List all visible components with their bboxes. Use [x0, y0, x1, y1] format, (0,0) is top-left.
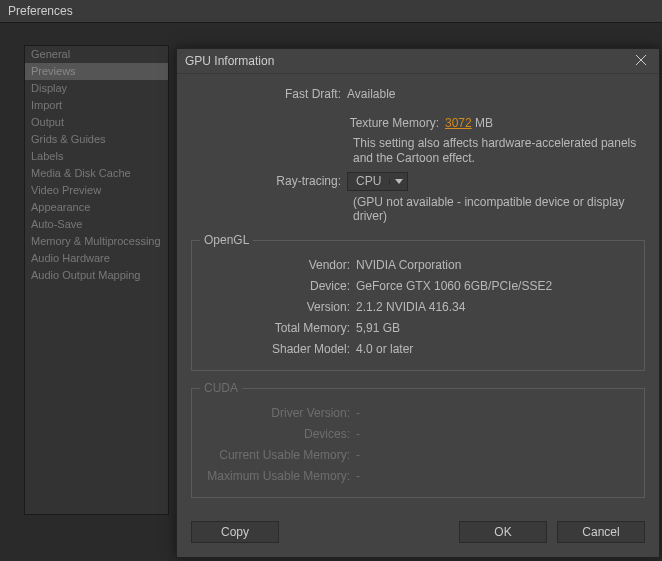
cancel-button[interactable]: Cancel	[557, 521, 645, 543]
preferences-titlebar: Preferences	[0, 0, 662, 23]
sidebar-item-label: Output	[31, 116, 64, 128]
sidebar-item-label: General	[31, 48, 70, 60]
fast-draft-value: Available	[347, 86, 645, 103]
dialog-button-bar: Copy OK Cancel	[177, 515, 659, 557]
sidebar-item-label: Display	[31, 82, 67, 94]
opengl-shader-model-label: Shader Model:	[200, 341, 356, 358]
ok-button[interactable]: OK	[459, 521, 547, 543]
cuda-current-usable-value: -	[356, 447, 636, 464]
cuda-fieldset: CUDA Driver Version: - Devices: - Curren…	[191, 381, 645, 498]
opengl-device-value: GeForce GTX 1060 6GB/PCIe/SSE2	[356, 278, 636, 295]
cuda-current-usable-row: Current Usable Memory: -	[200, 447, 636, 464]
cuda-driver-version-row: Driver Version: -	[200, 405, 636, 422]
opengl-shader-model-row: Shader Model: 4.0 or later	[200, 341, 636, 358]
cuda-devices-label: Devices:	[200, 426, 356, 443]
sidebar-item-label: Video Preview	[31, 184, 101, 196]
opengl-total-memory-row: Total Memory: 5,91 GB	[200, 320, 636, 337]
sidebar-item-previews[interactable]: Previews	[25, 63, 168, 80]
ray-tracing-value-wrap: CPU	[347, 172, 645, 191]
opengl-total-memory-label: Total Memory:	[200, 320, 356, 337]
opengl-shader-model-value: 4.0 or later	[356, 341, 636, 358]
cuda-current-usable-label: Current Usable Memory:	[200, 447, 356, 464]
sidebar-item-label: Memory & Multiprocessing	[31, 235, 161, 247]
sidebar-item-memory-multiprocessing[interactable]: Memory & Multiprocessing	[25, 233, 168, 250]
opengl-version-label: Version:	[200, 299, 356, 316]
opengl-legend: OpenGL	[200, 233, 253, 247]
opengl-device-label: Device:	[200, 278, 356, 295]
svg-marker-2	[395, 179, 403, 184]
cuda-driver-version-label: Driver Version:	[200, 405, 356, 422]
sidebar-item-label: Labels	[31, 150, 63, 162]
ray-tracing-dropdown[interactable]: CPU	[347, 172, 408, 191]
opengl-vendor-value: NVIDIA Corporation	[356, 257, 636, 274]
texture-memory-value[interactable]: 3072	[445, 116, 472, 130]
ray-tracing-selected: CPU	[356, 173, 381, 190]
texture-memory-label: Texture Memory:	[191, 115, 445, 132]
texture-memory-unit: MB	[472, 116, 493, 130]
sidebar-item-audio-output-mapping[interactable]: Audio Output Mapping	[25, 267, 168, 284]
opengl-device-row: Device: GeForce GTX 1060 6GB/PCIe/SSE2	[200, 278, 636, 295]
dialog-title: GPU Information	[185, 54, 274, 68]
gpu-unavailable-note: (GPU not available - incompatible device…	[353, 195, 645, 223]
cuda-maximum-usable-row: Maximum Usable Memory: -	[200, 468, 636, 485]
ray-tracing-label: Ray-tracing:	[191, 173, 347, 190]
opengl-version-row: Version: 2.1.2 NVIDIA 416.34	[200, 299, 636, 316]
chevron-down-icon	[389, 179, 403, 185]
sidebar-item-video-preview[interactable]: Video Preview	[25, 182, 168, 199]
button-spacer	[289, 521, 449, 543]
sidebar-item-label: Previews	[31, 65, 76, 77]
cuda-devices-row: Devices: -	[200, 426, 636, 443]
sidebar-item-label: Grids & Guides	[31, 133, 106, 145]
sidebar-item-label: Audio Output Mapping	[31, 269, 140, 281]
sidebar-item-grids-guides[interactable]: Grids & Guides	[25, 131, 168, 148]
texture-memory-value-wrap: 3072 MB	[445, 115, 645, 132]
sidebar-item-auto-save[interactable]: Auto-Save	[25, 216, 168, 233]
cuda-devices-value: -	[356, 426, 636, 443]
cuda-driver-version-value: -	[356, 405, 636, 422]
cuda-maximum-usable-label: Maximum Usable Memory:	[200, 468, 356, 485]
sidebar-item-audio-hardware[interactable]: Audio Hardware	[25, 250, 168, 267]
sidebar-item-output[interactable]: Output	[25, 114, 168, 131]
close-icon[interactable]	[631, 54, 651, 68]
cuda-maximum-usable-value: -	[356, 468, 636, 485]
ray-tracing-row: Ray-tracing: CPU	[191, 172, 645, 191]
opengl-vendor-label: Vendor:	[200, 257, 356, 274]
sidebar-item-general[interactable]: General	[25, 46, 168, 63]
opengl-vendor-row: Vendor: NVIDIA Corporation	[200, 257, 636, 274]
opengl-total-memory-value: 5,91 GB	[356, 320, 636, 337]
sidebar-item-label: Import	[31, 99, 62, 111]
opengl-fieldset: OpenGL Vendor: NVIDIA Corporation Device…	[191, 233, 645, 371]
copy-button[interactable]: Copy	[191, 521, 279, 543]
texture-memory-note: This setting also affects hardware-accel…	[353, 136, 645, 166]
cuda-legend: CUDA	[200, 381, 242, 395]
fast-draft-row: Fast Draft: Available	[191, 86, 645, 103]
sidebar-item-label: Audio Hardware	[31, 252, 110, 264]
sidebar-item-appearance[interactable]: Appearance	[25, 199, 168, 216]
sidebar-item-display[interactable]: Display	[25, 80, 168, 97]
sidebar-item-label: Auto-Save	[31, 218, 82, 230]
gpu-info-dialog: GPU Information Fast Draft: Available Te…	[176, 48, 660, 558]
sidebar-item-import[interactable]: Import	[25, 97, 168, 114]
fast-draft-label: Fast Draft:	[191, 86, 347, 103]
sidebar-item-label: Appearance	[31, 201, 90, 213]
preferences-sidebar: General Previews Display Import Output G…	[24, 45, 169, 515]
sidebar-item-label: Media & Disk Cache	[31, 167, 131, 179]
sidebar-item-labels[interactable]: Labels	[25, 148, 168, 165]
texture-memory-row: Texture Memory: 3072 MB	[191, 115, 645, 132]
dialog-content: Fast Draft: Available Texture Memory: 30…	[177, 74, 659, 515]
preferences-title: Preferences	[8, 4, 73, 18]
opengl-version-value: 2.1.2 NVIDIA 416.34	[356, 299, 636, 316]
sidebar-item-media-disk-cache[interactable]: Media & Disk Cache	[25, 165, 168, 182]
dialog-titlebar: GPU Information	[177, 49, 659, 74]
